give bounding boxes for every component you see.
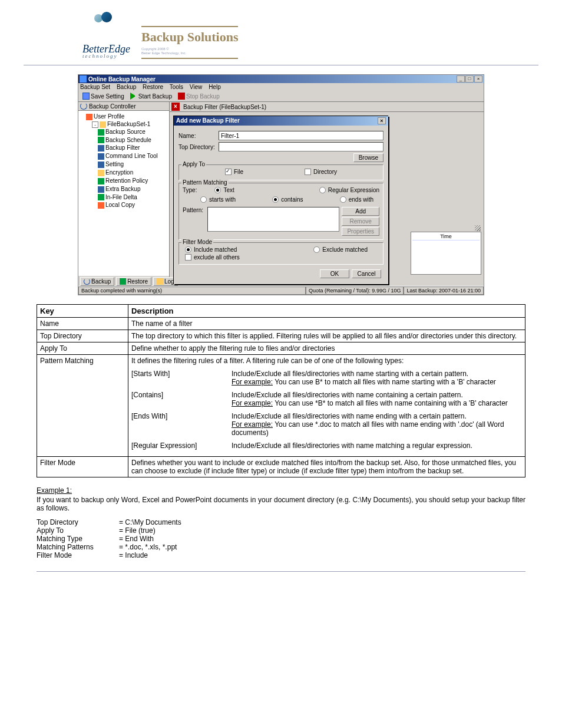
source-icon [98, 129, 104, 136]
dialog-close-button[interactable]: × [378, 117, 386, 124]
file-checkbox[interactable]: File [225, 169, 243, 175]
minimize-button[interactable]: _ [457, 75, 465, 83]
tree-item[interactable]: Setting [98, 160, 167, 169]
checkbox-icon [185, 254, 191, 261]
restore-icon [120, 278, 126, 285]
backup-icon [84, 278, 90, 285]
dialog-titlebar: Add new Backup Filter × [174, 116, 388, 126]
pattern-label: Pattern: [183, 207, 207, 236]
description-table: Key Description Name The name of a filte… [37, 304, 525, 477]
radio-icon [214, 187, 221, 193]
stop-backup-button: Stop Backup [176, 91, 222, 101]
menu-help[interactable]: Help [209, 84, 221, 90]
tree-backup-set[interactable]: -FileBackupSet-1 Backup Source Backup Sc… [92, 120, 167, 210]
menu-tools[interactable]: Tools [170, 84, 183, 90]
filtermode-legend: Filter Mode [181, 239, 213, 245]
tree-item[interactable]: Encryption [98, 169, 167, 177]
tree-item[interactable]: Retention Policy [98, 177, 167, 185]
radio-icon [185, 246, 191, 253]
menu-backup[interactable]: Backup [117, 84, 136, 90]
contains-radio[interactable]: contains [272, 196, 303, 203]
minus-icon[interactable]: - [92, 121, 98, 128]
tree-item[interactable]: Command Line Tool [98, 152, 167, 160]
local-icon [98, 202, 104, 209]
table-row: Top Directory The top directory to which… [37, 330, 525, 342]
checkbox-icon [305, 169, 311, 175]
schedule-icon [98, 137, 104, 143]
app-icon [80, 75, 87, 83]
menu-view[interactable]: View [190, 84, 203, 90]
regex-radio[interactable]: Regular Expression [319, 187, 379, 193]
tab-restore[interactable]: Restore [116, 277, 151, 286]
brand-title: Backup Solutions [141, 29, 238, 45]
topdir-label: Top Directory: [178, 144, 219, 150]
betteredge-logo: BetterEdgetechnology [82, 12, 130, 59]
cancel-button[interactable]: Cancel [352, 269, 381, 278]
user-icon [86, 114, 92, 120]
resize-grip-icon[interactable] [475, 225, 481, 231]
checkbox-icon [225, 169, 232, 175]
name-input[interactable] [219, 131, 384, 140]
close-button[interactable]: × [474, 75, 482, 83]
radio-icon [319, 187, 326, 193]
start-backup-button[interactable]: Start Backup [128, 91, 174, 101]
time-header: Time [412, 233, 480, 241]
tree-view[interactable]: User Profile -FileBackupSet-1 Backup Sou… [78, 111, 169, 276]
status-last-backup: Last Backup: 2007-01-16 21:00 [404, 286, 484, 295]
ok-button[interactable]: OK [320, 269, 349, 278]
backup-manager-window: Online Backup Manager _ □ × Backup Set B… [78, 74, 484, 295]
left-pane: Backup Controller User Profile -FileBack… [78, 102, 170, 277]
tree-item[interactable]: Extra Backup [98, 185, 167, 193]
tree-item[interactable]: Backup Filter [98, 144, 167, 152]
maximize-button[interactable]: □ [465, 75, 474, 83]
tree-item[interactable]: Backup Source [98, 128, 167, 136]
text-radio[interactable]: Text [214, 187, 234, 193]
folder-icon [100, 121, 106, 128]
page-header: BetterEdgetechnology Backup Solutions Co… [24, 0, 538, 65]
radio-icon [200, 196, 207, 203]
lock-icon [98, 170, 104, 176]
table-header-desc: Description [128, 305, 525, 318]
pane-close-icon[interactable]: × [171, 103, 180, 111]
include-radio[interactable]: Include matched [185, 246, 237, 253]
table-row: Apply To Define whether to apply the fil… [37, 342, 525, 355]
filter-icon [98, 145, 104, 151]
window-titlebar: Online Backup Manager _ □ × [78, 75, 484, 83]
ends-radio[interactable]: ends with [340, 196, 373, 203]
setting-icon [98, 162, 104, 168]
radio-icon [340, 196, 346, 203]
save-setting-button[interactable]: Save Setting [80, 91, 127, 101]
topdir-input[interactable] [219, 142, 384, 151]
exclude-others-checkbox[interactable]: exclude all others [183, 254, 379, 261]
menubar: Backup Set Backup Restore Tools View Hel… [78, 83, 484, 91]
starts-radio[interactable]: starts with [200, 196, 236, 203]
add-pattern-button[interactable]: Add [342, 207, 379, 216]
left-pane-title: Backup Controller [78, 102, 169, 111]
cmd-icon [98, 153, 104, 160]
name-label: Name: [178, 133, 219, 139]
tree-user-profile[interactable]: User Profile -FileBackupSet-1 Backup Sou… [86, 113, 167, 210]
play-icon [130, 93, 137, 100]
directory-checkbox[interactable]: Directory [305, 169, 337, 175]
table-row: Name The name of a filter [37, 318, 525, 330]
radio-icon [272, 196, 279, 203]
right-pane: × Backup Filter (FileBackupSet-1) Add ne… [170, 102, 484, 277]
tree-item[interactable]: Backup Schedule [98, 136, 167, 144]
exclude-radio[interactable]: Exclude matched [313, 246, 368, 253]
browse-button[interactable]: Browse [353, 153, 384, 162]
example-title: Example 1: [37, 486, 525, 495]
tab-backup[interactable]: Backup [80, 277, 114, 286]
table-row: Pattern Matching It defines the filterin… [37, 355, 525, 457]
menu-backupset[interactable]: Backup Set [80, 84, 110, 90]
log-icon [157, 278, 163, 285]
delta-icon [98, 194, 104, 200]
brand-copyright: Copyright 2008 © Better Edge Technology,… [141, 47, 238, 55]
refresh-icon [80, 103, 87, 110]
pattern-listbox[interactable] [207, 207, 339, 232]
stop-icon [178, 93, 185, 100]
radio-icon [313, 246, 320, 253]
tree-item[interactable]: Local Copy [98, 201, 167, 209]
menu-restore[interactable]: Restore [143, 84, 163, 90]
remove-pattern-button: Remove [342, 217, 379, 226]
tree-item[interactable]: In-File Delta [98, 193, 167, 202]
